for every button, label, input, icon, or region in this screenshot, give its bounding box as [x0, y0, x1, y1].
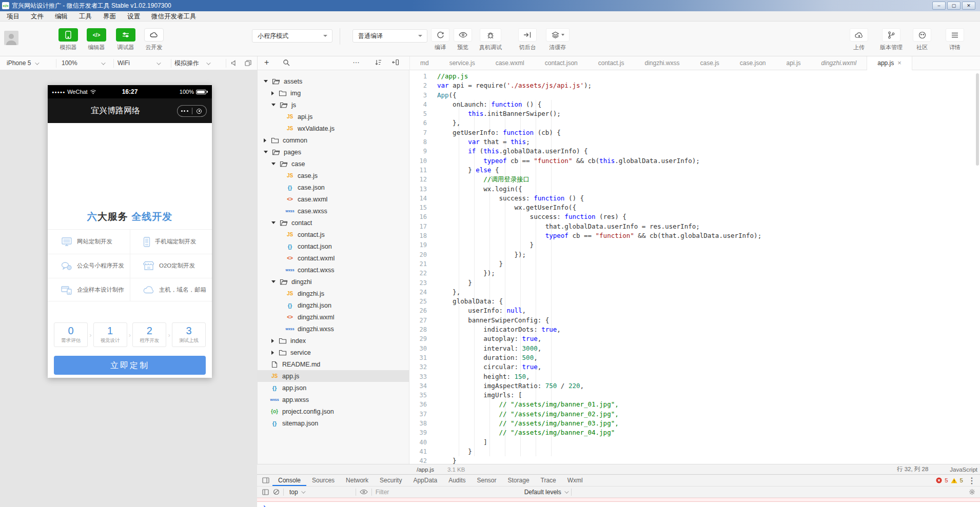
customize-now-button[interactable]: 立即定制	[54, 356, 206, 375]
close-icon[interactable]: ×	[897, 59, 901, 67]
filter-input[interactable]	[376, 489, 524, 496]
code-line[interactable]: 13 wx.login({	[409, 185, 980, 194]
twisty-open-icon[interactable]	[271, 163, 276, 165]
tab-case.js[interactable]: case.js	[690, 56, 729, 70]
file-row-contact.json[interactable]: {}contact.json	[258, 240, 409, 252]
devtools-tab-sources[interactable]: Sources	[306, 475, 340, 486]
devtools-tab-wxml[interactable]: Wxml	[562, 475, 589, 486]
debugger-toggle[interactable]: 调试器	[114, 28, 137, 51]
device-select[interactable]: iPhone 5	[7, 56, 38, 70]
editor-scrollbar[interactable]	[976, 73, 979, 166]
code-line[interactable]: 28 indicatorDots: true,	[409, 325, 980, 334]
network-select[interactable]: WiFi	[117, 56, 160, 70]
file-row-case[interactable]: case	[258, 158, 409, 170]
code-line[interactable]: 10 typeof cb == "function" && cb(this.gl…	[409, 156, 980, 166]
log-levels-select[interactable]: Default levels	[524, 489, 561, 496]
console-log-area[interactable]: ›	[257, 498, 980, 507]
file-row-dingzhi.js[interactable]: JSdingzhi.js	[258, 288, 409, 299]
upload-button[interactable]: 上传	[844, 28, 874, 51]
file-row-project.config.json[interactable]: {o}project.config.json	[258, 405, 409, 417]
tab-app.js[interactable]: app.js×	[867, 56, 912, 70]
file-row-assets[interactable]: assets	[258, 75, 409, 87]
file-row-contact.js[interactable]: JScontact.js	[258, 229, 409, 240]
file-row-pages[interactable]: pages	[258, 146, 409, 158]
tab-md[interactable]: md	[410, 56, 439, 70]
code-line[interactable]: 22 });	[409, 269, 980, 278]
tab-case.wxml[interactable]: case.wxml	[485, 56, 535, 70]
file-row-contact.wxml[interactable]: <>contact.wxml	[258, 252, 409, 264]
code-line[interactable]: 9 if (this.globalData.userInfo) {	[409, 147, 980, 156]
live-expression-icon[interactable]	[360, 489, 368, 495]
code-line[interactable]: 36 // "/assets/img/banner_01.jpg",	[409, 400, 980, 409]
code-line[interactable]: 4 onLaunch: function () {	[409, 100, 980, 109]
service-item-design-service[interactable]: 企业样本设计制作	[48, 278, 130, 302]
code-line[interactable]: 34 imgAspectRatio: 750 / 220,	[409, 381, 980, 391]
close-button[interactable]: ✕	[962, 2, 975, 10]
twisty-open-icon[interactable]	[271, 104, 276, 106]
code-line[interactable]: 3App({	[409, 91, 980, 100]
file-row-service[interactable]: service	[258, 347, 409, 358]
file-row-app.json[interactable]: {}app.json	[258, 382, 409, 394]
tab-api.js[interactable]: api.js	[776, 56, 811, 70]
file-row-api.js[interactable]: JSapi.js	[258, 111, 409, 123]
file-row-contact[interactable]: contact	[258, 217, 409, 229]
file-row-dingzhi.wxml[interactable]: <>dingzhi.wxml	[258, 311, 409, 323]
code-line[interactable]: 41 }	[409, 447, 980, 456]
file-row-sitemap.json[interactable]: {}sitemap.json	[258, 417, 409, 429]
code-line[interactable]: 5 this.initBannerSwiper();	[409, 109, 980, 118]
service-item-o2o-dev[interactable]: O2O定制开发	[130, 254, 212, 278]
maximize-button[interactable]: ▢	[947, 2, 961, 10]
tab-dingzhi.wxml[interactable]: dingzhi.wxml	[811, 56, 867, 70]
frame-context-select[interactable]: top	[289, 489, 298, 496]
code-line[interactable]: 38 // "/assets/img/banner_03.jpg",	[409, 419, 980, 428]
code-line[interactable]: 6 },	[409, 118, 980, 128]
devtools-tab-trace[interactable]: Trace	[535, 475, 562, 486]
clear-console-icon[interactable]	[273, 489, 280, 495]
service-item-web-dev[interactable]: 网站定制开发	[48, 230, 130, 254]
code-line[interactable]: 30 interval: 3000,	[409, 344, 980, 353]
code-line[interactable]: 20 });	[409, 250, 980, 259]
file-row-case.wxss[interactable]: wxsscase.wxss	[258, 205, 409, 217]
code-line[interactable]: 40 ]	[409, 438, 980, 447]
code-line[interactable]: 15 wx.getUserInfo({	[409, 203, 980, 212]
file-row-app.wxss[interactable]: wxssapp.wxss	[258, 394, 409, 405]
language-mode[interactable]: JavaScript	[950, 467, 977, 473]
file-row-dingzhi.json[interactable]: {}dingzhi.json	[258, 299, 409, 311]
file-row-wxValidate.js[interactable]: JSwxValidate.js	[258, 123, 409, 134]
remote-debug-button[interactable]: 真机调试	[475, 28, 506, 51]
code-line[interactable]: 29 autoplay: true,	[409, 334, 980, 343]
code-line[interactable]: 33 height: 150,	[409, 372, 980, 381]
code-line[interactable]: 37 // "/assets/img/banner_02.jpg",	[409, 410, 980, 419]
twisty-open-icon[interactable]	[271, 280, 276, 283]
dock-icon[interactable]	[262, 477, 269, 483]
tab-dingzhi.wxss[interactable]: dingzhi.wxss	[634, 56, 690, 70]
menu-item-0[interactable]: 项目	[1, 11, 25, 22]
code-line[interactable]: 26 userInfo: null,	[409, 306, 980, 315]
twisty-open-icon[interactable]	[264, 151, 268, 153]
menu-item-2[interactable]: 编辑	[49, 11, 73, 22]
file-row-common[interactable]: common	[258, 134, 409, 146]
code-editor[interactable]: 1//app.js2var api = require('./assets/js…	[409, 70, 980, 464]
menu-item-3[interactable]: 工具	[73, 11, 97, 22]
clouddev-button[interactable]: 云开发	[143, 28, 165, 51]
tab-contact.js[interactable]: contact.js	[588, 56, 635, 70]
collapse-icon[interactable]	[392, 59, 399, 66]
console-prompt[interactable]: ›	[263, 502, 266, 507]
twisty-closed-icon[interactable]	[271, 351, 274, 355]
minimize-button[interactable]: –	[932, 2, 946, 10]
avatar[interactable]	[4, 31, 18, 45]
code-line[interactable]: 24 },	[409, 288, 980, 297]
code-line[interactable]: 14 success: function () {	[409, 194, 980, 203]
code-line[interactable]: 39 // "/assets/img/banner_04.jpg"	[409, 428, 980, 437]
file-row-dingzhi[interactable]: dingzhi	[258, 276, 409, 288]
devtools-tab-console[interactable]: Console	[272, 475, 306, 486]
code-line[interactable]: 18 typeof cb == "function" && cb(that.gl…	[409, 231, 980, 240]
service-item-hosting-service[interactable]: 主机，域名，邮箱	[130, 278, 212, 302]
simulator-toggle[interactable]: 模拟器	[57, 28, 80, 51]
error-log-row[interactable]	[257, 498, 980, 502]
devtools-tab-appdata[interactable]: AppData	[407, 475, 443, 486]
twisty-open-icon[interactable]	[264, 80, 268, 83]
code-line[interactable]: 11 } else {	[409, 166, 980, 175]
switch-background-button[interactable]: 切后台	[512, 28, 543, 51]
add-file-button[interactable]: +	[264, 58, 269, 67]
